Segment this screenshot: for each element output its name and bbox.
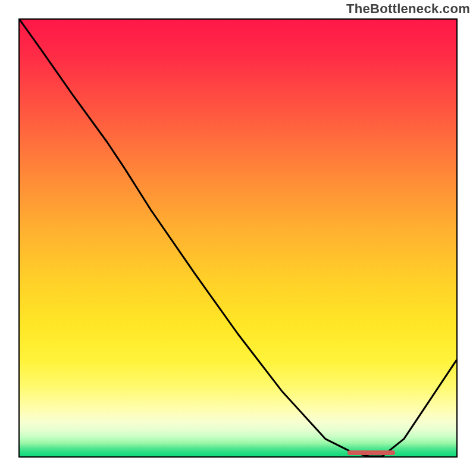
bottleneck-curve	[20, 20, 456, 456]
chart-frame: TheBottleneck.com	[0, 0, 476, 476]
watermark-text: TheBottleneck.com	[346, 1, 470, 17]
plot-area	[18, 18, 458, 458]
optimal-zone-marker	[347, 450, 396, 455]
